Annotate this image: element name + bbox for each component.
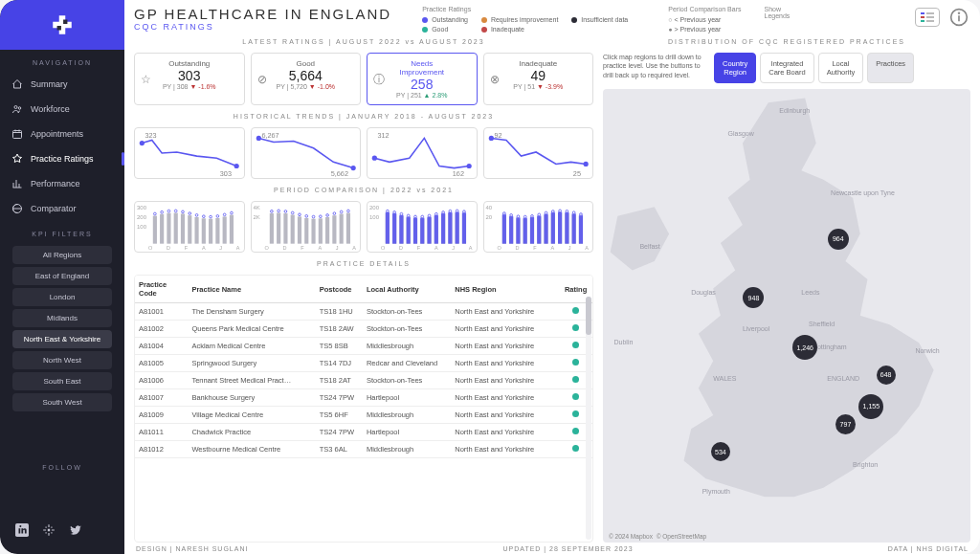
svg-point-23	[372, 156, 377, 161]
rating-card-inadequate[interactable]: ⊗Inadequate49PY | 51 ▼ -3.9%	[483, 53, 594, 105]
svg-point-140	[502, 212, 505, 215]
distribution-map[interactable]: EdinburghGlasgowNewcastle upon TyneBelfa…	[603, 89, 970, 543]
map-city-label: Dublin	[614, 339, 634, 345]
svg-rect-109	[399, 215, 403, 244]
tableau-icon[interactable]	[42, 523, 56, 541]
nav-item-summary[interactable]: Summary	[0, 72, 124, 97]
period-bars-2[interactable]: 200100ODFAJA	[367, 201, 478, 253]
rating-card-outstanding[interactable]: ☆Outstanding303PY | 308 ▼ -1.6%	[134, 53, 245, 105]
table-scrollbar[interactable]	[586, 297, 591, 540]
sparkline-3[interactable]: 9225	[483, 127, 594, 179]
nav-item-appointments[interactable]: Appointments	[0, 122, 124, 146]
map-city-label: Glasgow	[728, 130, 754, 137]
filter-south-west[interactable]: South West	[12, 393, 112, 411]
table-row[interactable]: A81011Chadwick PracticeTS24 7PWHartlepoo…	[135, 424, 592, 441]
drill-integrated-care-board[interactable]: IntegratedCare Board	[760, 53, 813, 83]
table-row[interactable]: A81007Bankhouse SurgeryTS24 7PWHartlepoo…	[135, 389, 592, 407]
twitter-icon[interactable]	[69, 523, 82, 541]
legend-period: Period Comparison Bars ○ < Previous year…	[668, 6, 741, 33]
map-bubble[interactable]: 534	[711, 442, 730, 461]
svg-point-50	[195, 214, 198, 217]
footer-design: DESIGN | NARESH SUGLANI	[136, 545, 248, 552]
col-local-authority[interactable]: Local Authority	[363, 276, 451, 303]
svg-point-65	[231, 211, 234, 214]
table-row[interactable]: A81002Queens Park Medical CentreTS18 2AW…	[135, 321, 592, 338]
period-bars-0[interactable]: 300200100ODFAJA	[134, 201, 245, 253]
filter-midlands[interactable]: Midlands	[12, 309, 112, 327]
period-bars-3[interactable]: 4020ODFAJA	[483, 201, 594, 253]
period-bars-1[interactable]: 4K2KODFAJA	[251, 201, 362, 253]
sparkline-2[interactable]: 312162	[367, 127, 478, 179]
map-bubble[interactable]: 648	[877, 366, 896, 385]
svg-point-41	[174, 210, 177, 212]
table-row[interactable]: A81006Tennant Street Medical Pract…TS18 …	[135, 372, 592, 389]
rating-dot	[572, 324, 579, 331]
map-bubble[interactable]: 964	[828, 229, 849, 250]
filter-north-east-yorkshire[interactable]: North East & Yorkshire	[12, 330, 112, 348]
info-icon[interactable]	[947, 6, 970, 29]
map-city-label: Belfast	[639, 243, 659, 250]
svg-point-167	[566, 211, 568, 213]
sparkline-0[interactable]: 323303	[134, 127, 245, 179]
plus-logo-icon	[50, 12, 75, 37]
page-subtitle: CQC RATINGS	[134, 22, 391, 32]
svg-point-77	[291, 211, 294, 214]
svg-rect-166	[565, 212, 568, 244]
nav-item-workforce[interactable]: Workforce	[0, 97, 124, 122]
svg-point-161	[551, 211, 554, 213]
nav-icon	[11, 78, 23, 90]
rating-card-good[interactable]: ⊘Good5,664PY | 5,720 ▼ -1.0%	[251, 53, 362, 105]
col-practice-code[interactable]: Practice Code	[135, 276, 188, 303]
scroll-thumb[interactable]	[586, 297, 591, 335]
svg-point-47	[189, 212, 191, 215]
svg-point-44	[182, 211, 185, 213]
nav-icon	[11, 128, 23, 140]
drill-local-authority[interactable]: LocalAuthority	[818, 53, 864, 83]
drill-country-region[interactable]: CountryRegion	[714, 53, 756, 83]
filter-north-west[interactable]: North West	[12, 351, 112, 369]
svg-point-16	[234, 164, 239, 168]
nav-icon	[11, 203, 23, 214]
linkedin-icon[interactable]	[15, 523, 29, 541]
svg-rect-2	[13, 131, 22, 139]
col-practice-name[interactable]: Practice Name	[188, 276, 315, 303]
main-content: GP HEALTHCARE IN ENGLAND CQC RATINGS Pra…	[124, 0, 980, 554]
table-row[interactable]: A81005Springwood SurgeryTS14 7DJRedcar a…	[135, 355, 592, 372]
col-nhs-region[interactable]: NHS Region	[451, 276, 559, 303]
table-row[interactable]: A81012Westbourne Medical CentreTS3 6ALMi…	[135, 441, 592, 458]
nav-item-practice-ratings[interactable]: Practice Ratings	[0, 146, 124, 171]
sparkline-1[interactable]: 6,2675,662	[251, 127, 362, 179]
title-block: GP HEALTHCARE IN ENGLAND CQC RATINGS	[134, 6, 391, 32]
rating-card-needs[interactable]: ⓘNeeds Improvement258PY | 251 ▲ 2.8%	[367, 53, 478, 105]
svg-point-80	[298, 213, 301, 216]
svg-rect-160	[550, 212, 554, 244]
map-credits: © 2024 Mapbox © OpenStreetMap	[609, 533, 706, 540]
nav-item-comparator[interactable]: Comparator	[0, 196, 124, 221]
map-city-label: Leeds	[801, 289, 819, 296]
map-city-label: Liverpool	[743, 325, 769, 332]
drill-practices[interactable]: Practices	[867, 53, 914, 83]
filter-east-of-england[interactable]: East of England	[12, 267, 112, 285]
table-row[interactable]: A81009Village Medical CentreTS5 6HFMiddl…	[135, 407, 592, 424]
filter-london[interactable]: London	[12, 288, 112, 306]
show-legends-label: Show Legends	[765, 6, 791, 19]
svg-rect-130	[448, 212, 452, 244]
filter-south-east[interactable]: South East	[12, 372, 112, 390]
svg-text:162: 162	[453, 169, 464, 178]
table-row[interactable]: A81001The Densham SurgeryTS18 1HUStockto…	[135, 303, 592, 321]
col-postcode[interactable]: Postcode	[316, 276, 363, 303]
map-city-label: Nottingham	[813, 343, 847, 350]
svg-rect-10	[926, 20, 934, 22]
nav-icon	[11, 178, 23, 189]
nav-item-performance[interactable]: Performance	[0, 171, 124, 196]
svg-point-146	[517, 215, 520, 218]
table-row[interactable]: A81004Acklam Medical CentreTS5 8SBMiddle…	[135, 338, 592, 355]
legend-toggle-icon[interactable]	[915, 8, 940, 27]
follow-heading: FOLLOW	[0, 454, 124, 476]
rating-dot	[572, 307, 579, 314]
filter-all-regions[interactable]: All Regions	[12, 246, 112, 264]
svg-rect-6	[926, 12, 934, 14]
footer-data: DATA | NHS DIGITAL	[888, 545, 969, 552]
svg-rect-169	[571, 214, 575, 244]
card-icon: ⊗	[490, 73, 500, 86]
